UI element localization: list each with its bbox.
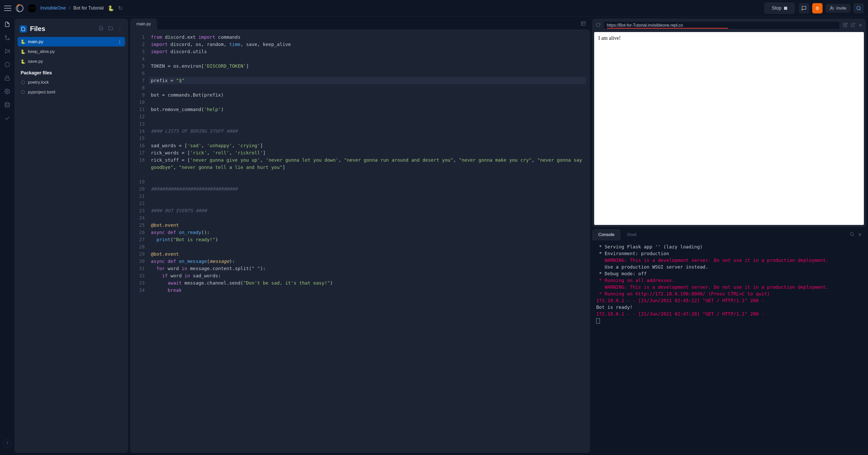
svg-line-21 xyxy=(853,235,854,236)
svg-line-19 xyxy=(853,23,855,25)
open-external-icon[interactable] xyxy=(851,23,855,28)
shell-tab[interactable]: Shell xyxy=(621,229,643,240)
packager-label: Packager files xyxy=(18,66,125,78)
debug-button[interactable] xyxy=(812,3,823,13)
url-input[interactable]: https://Bot-for-Tutorial.invisibleone.re… xyxy=(603,21,840,29)
refresh-icon[interactable] xyxy=(596,23,600,28)
package-file-icon xyxy=(21,80,25,85)
owner-avatar[interactable]: ⋮⋮⋮ xyxy=(28,4,36,12)
svg-point-12 xyxy=(6,91,8,92)
python-icon: 🐍 xyxy=(108,5,114,11)
editor-panel: main.py 12345678910111213141516171819202… xyxy=(130,19,590,453)
stop-button[interactable]: Stop xyxy=(765,3,795,14)
preview-content: I am alive! xyxy=(594,32,864,225)
svg-rect-11 xyxy=(5,78,9,80)
breadcrumb: InvisibleOne / Bot for Tutorial xyxy=(40,5,103,11)
breadcrumb-separator: / xyxy=(69,5,70,11)
breadcrumb-project[interactable]: Bot for Tutorial xyxy=(73,5,103,11)
python-file-icon: 🐍 xyxy=(21,39,25,44)
file-item[interactable]: 🐍save.py xyxy=(18,57,125,66)
svg-point-20 xyxy=(850,232,853,235)
file-list: 🐍main.py⋮🐍keep_alive.py🐍save.py xyxy=(18,37,125,66)
files-title: Files xyxy=(30,25,95,33)
file-item[interactable]: pyproject.toml xyxy=(18,88,125,97)
files-icon[interactable] xyxy=(4,21,11,28)
new-file-icon[interactable] xyxy=(98,26,104,32)
breadcrumb-owner[interactable]: InvisibleOne xyxy=(40,5,66,11)
file-more-icon[interactable]: ⋮ xyxy=(118,39,122,44)
svg-point-8 xyxy=(8,38,9,40)
svg-point-13 xyxy=(5,102,9,104)
invite-label: Invite xyxy=(836,6,846,10)
notification-dot xyxy=(18,4,20,6)
menu-button[interactable] xyxy=(4,6,11,11)
topbar: ⋮⋮⋮ InvisibleOne / Bot for Tutorial 🐍 ↻ … xyxy=(0,0,868,17)
files-panel-icon xyxy=(20,25,27,33)
svg-line-6 xyxy=(860,9,861,10)
console-panel: Console Shell ✕ * Serving Flask app '' (… xyxy=(592,229,866,453)
url-text: https://Bot-for-Tutorial.invisibleone.re… xyxy=(607,23,683,27)
file-item[interactable]: 🐍main.py⋮ xyxy=(18,37,125,46)
tool-rail: ? xyxy=(0,17,14,455)
package-file-icon xyxy=(21,90,25,95)
secrets-icon[interactable] xyxy=(4,74,11,82)
console-clear-icon[interactable]: ✕ xyxy=(858,232,862,237)
history-icon[interactable]: ↻ xyxy=(118,5,123,12)
debugger-icon[interactable] xyxy=(4,47,11,55)
more-options-icon[interactable]: ⋮ xyxy=(117,26,123,32)
search-button[interactable] xyxy=(854,3,864,13)
packages-icon[interactable] xyxy=(4,61,11,68)
settings-icon[interactable] xyxy=(4,88,11,95)
url-underline xyxy=(607,28,728,29)
files-sidebar: Files ⋮ 🐍main.py⋮🐍keep_alive.py🐍save.py … xyxy=(14,19,128,453)
layout-icon[interactable] xyxy=(577,21,590,27)
packager-list: poetry.lockpyproject.toml xyxy=(18,78,125,97)
check-icon[interactable] xyxy=(4,115,11,122)
python-file-icon: 🐍 xyxy=(21,59,25,64)
file-item[interactable]: poetry.lock xyxy=(18,78,125,87)
svg-point-2 xyxy=(831,6,832,8)
chat-button[interactable] xyxy=(799,3,809,13)
svg-point-1 xyxy=(816,7,818,9)
stop-icon xyxy=(784,7,787,10)
svg-point-5 xyxy=(857,6,860,9)
help-button[interactable]: ? xyxy=(3,440,11,448)
code-editor[interactable]: 1234567891011121314151617181920212223242… xyxy=(130,29,590,453)
svg-rect-16 xyxy=(582,22,585,25)
svg-marker-9 xyxy=(6,49,9,54)
file-name: keep_alive.py xyxy=(28,49,55,54)
svg-point-7 xyxy=(5,36,7,37)
console-search-icon[interactable] xyxy=(850,232,854,238)
web-preview: https://Bot-for-Tutorial.invisibleone.re… xyxy=(592,19,866,227)
close-preview-icon[interactable]: ✕ xyxy=(859,23,862,28)
console-tab[interactable]: Console xyxy=(592,229,621,240)
new-folder-icon[interactable] xyxy=(107,26,114,32)
edit-icon[interactable] xyxy=(843,23,847,28)
file-name: main.py xyxy=(28,39,43,44)
invite-button[interactable]: Invite xyxy=(826,4,850,13)
python-file-icon: 🐍 xyxy=(21,49,25,54)
console-output[interactable]: * Serving Flask app '' (lazy loading) * … xyxy=(592,240,866,453)
stop-label: Stop xyxy=(772,5,781,11)
database-icon[interactable] xyxy=(4,101,11,108)
file-item[interactable]: 🐍keep_alive.py xyxy=(18,47,125,56)
file-name: poetry.lock xyxy=(28,80,49,85)
replit-logo[interactable] xyxy=(16,4,24,12)
version-control-icon[interactable] xyxy=(4,34,11,41)
editor-tab[interactable]: main.py xyxy=(130,19,157,29)
file-name: save.py xyxy=(28,59,43,64)
file-name: pyproject.toml xyxy=(28,90,55,95)
